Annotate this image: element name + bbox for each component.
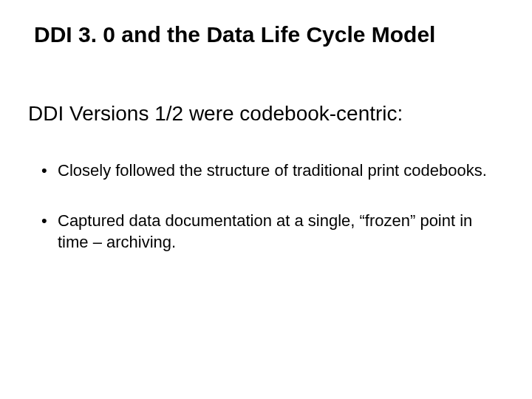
- list-item: Captured data documentation at a single,…: [35, 210, 497, 253]
- slide-subtitle: DDI Versions 1/2 were codebook-centric:: [28, 100, 497, 127]
- bullet-list: Closely followed the structure of tradit…: [35, 160, 497, 253]
- slide-title: DDI 3. 0 and the Data Life Cycle Model: [34, 21, 497, 49]
- list-item: Closely followed the structure of tradit…: [35, 160, 497, 182]
